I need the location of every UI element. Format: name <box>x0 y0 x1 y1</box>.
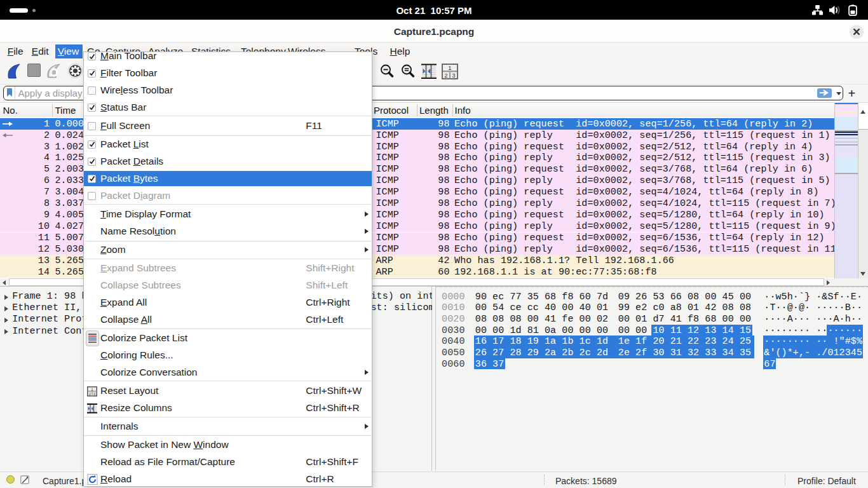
svg-text:2: 2 <box>444 72 447 79</box>
svg-text:1: 1 <box>448 64 451 71</box>
svg-text:3: 3 <box>452 72 455 79</box>
